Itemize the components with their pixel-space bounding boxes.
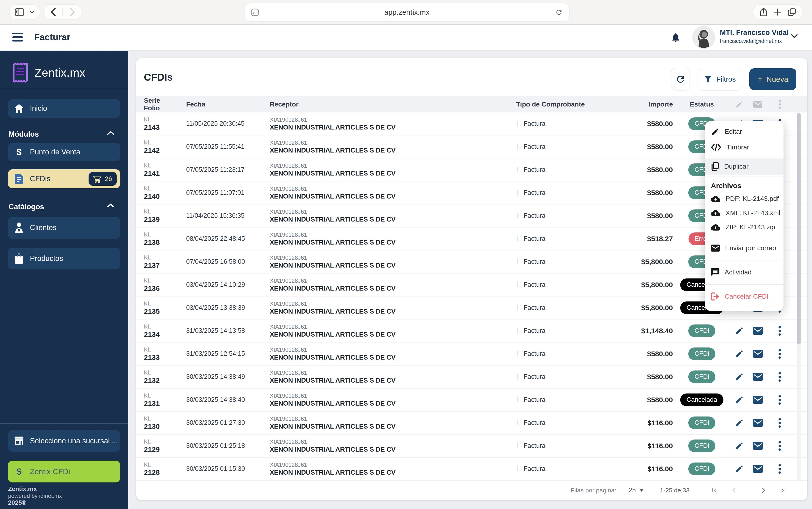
sidebar-item-productos[interactable]: Productos [8,248,120,269]
forward-icon[interactable] [70,8,75,16]
menu-item-cancelar-cfdi[interactable]: Cancelar CFDI [705,286,783,307]
menu-item-editar[interactable]: Editar [705,124,783,139]
serie-folio-cell: KL2135 [144,300,186,315]
share-icon[interactable] [760,8,767,16]
filtros-button[interactable]: Filtros [698,68,742,90]
send-mail-row-button[interactable] [748,373,768,381]
importe-cell: $580.00 [625,373,673,381]
next-page-button[interactable] [758,484,769,496]
menu-item-pdf-kl-2143-pdf[interactable]: PDF: KL-2143.pdf [705,192,783,206]
code-icon [711,143,721,151]
edit-row-button[interactable] [731,396,748,404]
serie-folio-cell: KL2140 [144,185,186,200]
cloud-download-icon [711,224,720,231]
chevron-up-icon[interactable] [107,204,114,207]
send-mail-row-button[interactable] [748,396,768,404]
serie-folio-cell: KL2134 [144,323,186,338]
card-title: CFDIs [144,72,173,83]
row-actions-button[interactable] [768,441,791,451]
fecha-cell: 11/05/2025 20:30:45 [186,120,270,127]
menu-icon[interactable] [12,33,23,43]
user-menu[interactable]: MTI. Francisco Vidal francisco.vidal@idi… [720,29,791,44]
back-icon[interactable] [51,8,56,16]
edit-row-button[interactable] [731,372,748,381]
table-row: KL212930/03/2025 01:25:18XIA190128J61XEN… [136,435,807,457]
menu-item-label: Cancelar CFDI [725,293,769,300]
menu-item-label: Editar [725,128,742,135]
send-mail-row-button[interactable] [748,327,768,335]
serie-folio-cell: KL2133 [144,346,186,362]
row-actions-button[interactable] [768,418,791,428]
estatus-cell: CFDi [673,416,731,429]
row-actions-button[interactable] [768,395,791,405]
last-page-button[interactable] [778,484,789,496]
menu-item-zip-kl-2143-zip[interactable]: ZIP: KL-2143.zip [705,220,783,234]
menu-item-actividad[interactable]: Actividad [705,262,783,283]
send-mail-row-button[interactable] [748,442,768,450]
page-size-select[interactable]: 25 [629,487,644,494]
serie-folio-cell: KL2141 [144,162,186,177]
mail-dark-icon [711,244,720,252]
page-title: Facturar [34,32,70,42]
sidebar-item-punto-de-venta[interactable]: $ Punto de Venta [8,143,120,161]
tab-overview-icon[interactable] [788,8,796,16]
sidebar-item-clientes[interactable]: Clientes [8,217,120,239]
fecha-cell: 30/03/2025 14:38:49 [186,373,270,380]
col-importe: Importe [625,101,673,108]
section-modulos[interactable]: Módulos [8,130,39,138]
serie-folio-cell: KL2143 [144,116,186,131]
brand-name: Zentix.mx [35,66,85,79]
sidebar-toggle-icon[interactable] [15,8,24,16]
avatar[interactable] [693,27,714,48]
serie-folio-cell: KL2128 [144,461,186,476]
edit-row-button[interactable] [731,465,748,473]
menu-item-xml-kl-2143-xml[interactable]: XML: KL-2143.xml [705,206,783,220]
edit-row-button[interactable] [731,326,748,335]
menu-item-enviar-por-correo[interactable]: Enviar por correo [705,238,783,259]
prev-page-button[interactable] [728,484,740,496]
sidebar-item-inicio[interactable]: Inicio [8,99,120,117]
fecha-cell: 31/03/2025 14:13:58 [186,327,270,334]
receptor-cell: XIA190128J61XENON INDUSTRIAL ARTICLES S … [270,277,516,292]
first-page-button[interactable] [709,484,720,496]
zentix-cfdi-button[interactable]: $ Zentix CFDi [8,461,120,482]
url-bar[interactable]: app.zentix.mx [245,3,569,21]
edit-row-button[interactable] [731,441,748,450]
chevron-down-icon[interactable] [29,10,35,14]
row-actions-button[interactable] [768,349,791,359]
menu-item-timbrar[interactable]: Timbrar [705,139,783,155]
menu-item-label: Timbrar [726,143,749,151]
edit-row-button[interactable] [731,349,748,359]
refresh-button[interactable] [672,68,689,90]
section-catalogos[interactable]: Catálogos [8,203,44,211]
importe-cell: $1,148.40 [625,327,673,335]
user-chevron-down-icon[interactable] [791,34,798,38]
tipo-cell: I - Factura [516,350,625,358]
reload-icon[interactable] [549,8,569,16]
tipo-cell: I - Factura [516,258,625,265]
kebab-column-icon [768,100,791,109]
row-actions-button[interactable] [768,372,791,382]
row-actions-button[interactable] [768,464,791,474]
serie-folio-cell: KL2138 [144,231,186,246]
menu-item-duplicar[interactable]: Duplicar [705,159,783,175]
divider [0,89,128,89]
notifications-bell-icon[interactable] [670,32,681,43]
table-row: KL213431/03/2025 14:13:58XIA190128J61XEN… [136,319,807,342]
sidebar-item-sucursal[interactable]: Seleccione una sucursal ... [8,430,120,451]
nueva-button[interactable]: + Nueva [749,68,796,90]
edit-row-button[interactable] [731,418,748,428]
send-mail-row-button[interactable] [748,419,768,427]
send-mail-row-button[interactable] [748,350,768,358]
table-scrollbar-thumb[interactable] [797,113,801,344]
row-actions-button[interactable] [768,326,791,336]
sidebar-item-cfdis[interactable]: CFDis 26 [8,169,120,188]
cfdis-card: CFDIs Filtros + Nueva Serie Folio Fecha … [136,58,807,500]
refresh-icon [675,74,686,84]
status-badge: CFDi [688,371,715,383]
chevron-up-icon[interactable] [107,131,114,135]
page-settings-icon[interactable] [245,8,266,16]
send-mail-row-button[interactable] [748,465,768,473]
new-tab-icon[interactable] [774,8,781,16]
rows-per-page-label: Filas por página: [570,487,616,494]
